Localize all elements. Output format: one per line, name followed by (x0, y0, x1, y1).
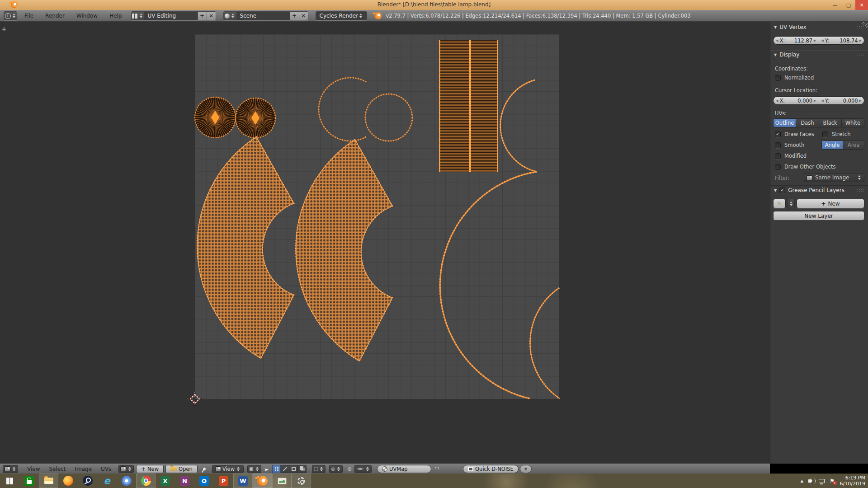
menu-file[interactable]: File (24, 11, 34, 20)
mode-dash-button[interactable]: Dash (796, 119, 818, 127)
taskbar-chromium[interactable] (117, 474, 136, 488)
taskbar-clock[interactable]: 6:19 PM 6/10/2019 (840, 475, 865, 487)
decrement-icon[interactable]: ◀ (776, 99, 778, 103)
delete-layout-button[interactable]: ✕ (207, 11, 216, 20)
proportional-edit-button[interactable]: ⊘ (347, 466, 352, 472)
area-button[interactable]: Area (843, 141, 864, 149)
increment-icon[interactable]: ▶ (814, 99, 816, 103)
open-image-button[interactable]: Open (165, 465, 198, 473)
grease-pencil-browse-button[interactable] (788, 199, 795, 208)
island-select-button[interactable] (298, 465, 307, 473)
uv-island-radial-disc[interactable] (195, 97, 236, 138)
uv-island-striped-block[interactable] (439, 40, 498, 172)
panel-drag-grip-icon[interactable]: :::: (857, 25, 864, 29)
increment-icon[interactable]: ▶ (859, 99, 862, 103)
minimize-button[interactable]: — (828, 0, 842, 10)
collapse-triangle-icon[interactable]: ▼ (774, 25, 777, 29)
panel-drag-grip-icon[interactable]: :::: (857, 52, 864, 57)
stretch-checkbox-row[interactable]: Stretch (822, 131, 850, 137)
edge-select-button[interactable] (281, 465, 289, 473)
decrement-icon[interactable]: ◀ (821, 99, 824, 103)
maximize-button[interactable]: ▢ (842, 0, 855, 10)
face-select-button[interactable] (289, 465, 298, 473)
taskbar-microsoft-store[interactable] (19, 474, 39, 488)
taskbar-internet-explorer[interactable]: e (97, 474, 117, 488)
menu-render[interactable]: Render (44, 11, 66, 20)
decrement-icon[interactable]: ◀ (776, 39, 778, 42)
action-center-flag-icon[interactable]: ⚑✕ (830, 478, 835, 484)
taskbar-blender[interactable] (253, 474, 272, 488)
menu-window[interactable]: Window (75, 11, 99, 20)
taskbar-powerpoint[interactable]: P (214, 474, 233, 488)
panel-header-grease-pencil[interactable]: ▼ Grease Pencil Layers :::: (774, 187, 868, 193)
cursor-2d[interactable] (188, 392, 202, 406)
uv-vertex-y-field[interactable]: ◀ Y: 108.74 ▶ (819, 37, 864, 44)
delete-scene-button[interactable]: ✕ (299, 11, 308, 20)
sticky-selection-dropdown[interactable]: ⬚ (312, 465, 326, 473)
quick-dnoise-expand-button[interactable]: ▼ (520, 465, 532, 473)
screen-layout-selector[interactable]: UV Editing + ✕ (131, 11, 216, 20)
menu-help[interactable]: Help (108, 11, 123, 20)
mode-black-button[interactable]: Black (819, 119, 841, 127)
display-channel-dropdown[interactable]: ▣ (247, 465, 261, 473)
tray-expand-icon[interactable]: ▲ (801, 479, 803, 483)
taskbar-excel[interactable]: X (156, 474, 175, 488)
normalized-checkbox-row[interactable]: Normalized (775, 75, 814, 81)
decrement-icon[interactable]: ◀ (821, 39, 824, 42)
taskbar-chrome[interactable] (136, 474, 156, 488)
uv-vertex-x-field[interactable]: ◀ X: 112.87 ▶ (774, 37, 819, 44)
taskbar-settings[interactable] (292, 474, 311, 488)
uv-island-fan[interactable] (197, 137, 294, 358)
normalized-checkbox[interactable] (775, 75, 781, 81)
view-mode-dropdown[interactable]: View (212, 465, 244, 473)
filter-dropdown[interactable]: Same Image (804, 173, 864, 182)
pin-button[interactable] (203, 468, 206, 470)
modified-checkbox-row[interactable]: Modified (775, 153, 807, 159)
grease-pencil-new-button[interactable]: + New (797, 199, 864, 208)
close-button[interactable]: ✕ (855, 0, 868, 10)
speaker-icon[interactable] (808, 479, 811, 483)
angle-button[interactable]: Angle (822, 141, 843, 149)
add-scene-button[interactable]: + (290, 11, 299, 20)
uvmap-field[interactable]: UVMap (377, 465, 431, 473)
toolbar-expand-icon[interactable]: + (1, 25, 7, 33)
collapse-triangle-icon[interactable]: ▼ (774, 53, 777, 57)
editor-type-button[interactable] (3, 465, 18, 473)
taskbar-file-explorer[interactable] (39, 474, 58, 488)
new-image-button[interactable]: + New (136, 465, 164, 473)
increment-icon[interactable]: ▶ (814, 39, 816, 42)
taskbar-task-manager[interactable] (272, 474, 292, 488)
uv-island-fan[interactable] (296, 140, 392, 361)
menu-image[interactable]: Image (75, 466, 92, 472)
scene-name-field[interactable]: Scene (236, 11, 290, 20)
smooth-checkbox-row[interactable]: Smooth (775, 142, 804, 148)
taskbar-firefox[interactable] (58, 474, 78, 488)
stretch-checkbox[interactable] (822, 131, 828, 137)
cursor-x-field[interactable]: ◀ X: 0.000 ▶ (774, 97, 819, 104)
modified-checkbox[interactable] (775, 153, 781, 159)
pivot-point-dropdown[interactable]: ◎ (329, 465, 343, 473)
titlebar[interactable]: Blender* [D:\blend files\table lamp.blen… (0, 0, 868, 10)
panel-header-uv-vertex[interactable]: ▼ UV Vertex :::: (774, 24, 868, 30)
increment-icon[interactable]: ▶ (859, 39, 862, 42)
mode-outline-button[interactable]: Outline (774, 119, 796, 127)
collapse-triangle-icon[interactable]: ▼ (774, 188, 777, 192)
grease-pencil-checkbox[interactable] (779, 188, 785, 193)
uv-island-radial-disc[interactable] (236, 98, 275, 138)
editor-type-selector[interactable]: i (4, 11, 17, 20)
vertex-select-button[interactable] (272, 465, 281, 473)
taskbar-word[interactable]: W (233, 474, 253, 488)
menu-select[interactable]: Select (49, 466, 66, 472)
new-layer-button[interactable]: New Layer (773, 211, 864, 221)
add-layout-button[interactable]: + (198, 11, 207, 20)
smooth-checkbox[interactable] (775, 142, 781, 148)
draw-faces-checkbox[interactable] (775, 131, 781, 137)
snap-dropdown[interactable]: ⇥⇤ (354, 465, 372, 473)
uv-sync-selection-toggle[interactable]: ► (265, 466, 269, 472)
mode-white-button[interactable]: White (841, 119, 864, 127)
uv-island-circle-outline[interactable] (365, 94, 412, 141)
scene-selector[interactable]: Scene + ✕ (223, 11, 308, 20)
uv-image-editor[interactable]: + (0, 22, 770, 464)
uv-island-open-circle[interactable] (319, 78, 366, 141)
draw-other-objects-checkbox-row[interactable]: Draw Other Objects (775, 164, 835, 170)
